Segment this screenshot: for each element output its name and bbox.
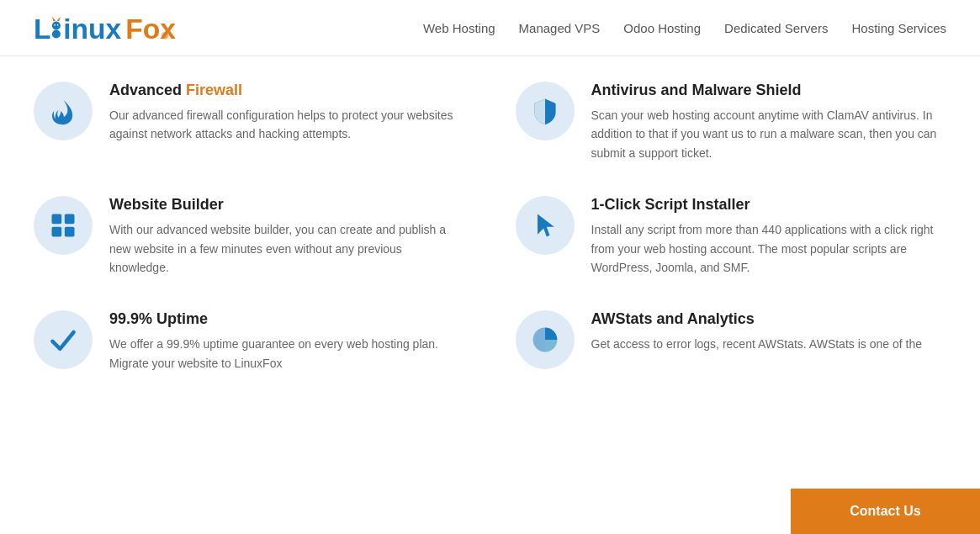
uptime-content: 99.9% Uptime We offer a 99.9% uptime gua… xyxy=(109,310,465,373)
svg-text:L: L xyxy=(34,13,51,45)
svg-point-5 xyxy=(54,24,56,26)
nav-hosting-services[interactable]: Hosting Services xyxy=(851,21,946,35)
awstats-icon-wrap xyxy=(516,310,575,369)
svg-marker-3 xyxy=(52,17,56,22)
feature-uptime: 99.9% Uptime We offer a 99.9% uptime gua… xyxy=(34,310,465,373)
fire-icon xyxy=(48,96,78,126)
check-icon xyxy=(48,325,78,355)
main-nav: Web Hosting Managed VPS Odoo Hosting Ded… xyxy=(423,21,946,35)
svg-rect-12 xyxy=(52,227,62,237)
firewall-content: Advanced Firewall Our advanced firewall … xyxy=(109,82,465,144)
svg-marker-14 xyxy=(538,214,554,237)
antivirus-description: Scan your web hosting account anytime wi… xyxy=(591,106,947,162)
feature-awstats: AWStats and Analytics Get access to erro… xyxy=(516,310,947,373)
script-installer-icon-wrap xyxy=(516,196,575,255)
shield-icon xyxy=(530,96,560,126)
feature-firewall: Advanced Firewall Our advanced firewall … xyxy=(34,82,465,162)
main-content: Advanced Firewall Our advanced firewall … xyxy=(0,56,980,440)
nav-dedicated-servers[interactable]: Dedicated Servers xyxy=(724,21,828,35)
svg-point-9 xyxy=(162,32,168,39)
website-builder-icon-wrap xyxy=(34,196,93,255)
grid-icon xyxy=(48,210,78,241)
antivirus-title: Antivirus and Malware Shield xyxy=(591,82,947,99)
nav-web-hosting[interactable]: Web Hosting xyxy=(423,21,495,35)
firewall-icon-wrap xyxy=(34,82,93,140)
nav-odoo-hosting[interactable]: Odoo Hosting xyxy=(623,21,701,35)
svg-rect-10 xyxy=(52,214,62,225)
script-installer-description: Install any script from more than 440 ap… xyxy=(591,220,947,277)
site-header: L inux Fox Web Hosting Manage xyxy=(0,0,980,56)
feature-antivirus: Antivirus and Malware Shield Scan your w… xyxy=(516,82,947,162)
svg-rect-11 xyxy=(65,214,75,225)
script-installer-content: 1-Click Script Installer Install any scr… xyxy=(591,196,947,277)
svg-marker-4 xyxy=(57,17,61,22)
svg-text:Fox: Fox xyxy=(125,13,176,45)
nav-managed-vps[interactable]: Managed VPS xyxy=(519,21,601,35)
website-builder-description: With our advanced website builder, you c… xyxy=(109,220,465,277)
feature-script-installer: 1-Click Script Installer Install any scr… xyxy=(516,196,947,277)
uptime-description: We offer a 99.9% uptime guarantee on eve… xyxy=(109,335,465,373)
features-grid: Advanced Firewall Our advanced firewall … xyxy=(34,82,946,373)
firewall-title: Advanced Firewall xyxy=(109,82,465,99)
uptime-icon-wrap xyxy=(34,310,93,369)
cursor-icon xyxy=(530,210,560,241)
svg-text:inux: inux xyxy=(63,13,121,45)
awstats-title: AWStats and Analytics xyxy=(591,310,922,328)
feature-website-builder: Website Builder With our advanced websit… xyxy=(34,196,465,277)
uptime-title: 99.9% Uptime xyxy=(109,310,465,328)
svg-point-1 xyxy=(52,30,61,39)
svg-point-2 xyxy=(52,21,61,29)
antivirus-content: Antivirus and Malware Shield Scan your w… xyxy=(591,82,947,162)
svg-point-6 xyxy=(57,24,59,26)
website-builder-title: Website Builder xyxy=(109,196,465,214)
awstats-description: Get access to error logs, recent AWStats… xyxy=(591,335,922,353)
awstats-content: AWStats and Analytics Get access to erro… xyxy=(591,310,922,353)
chart-icon xyxy=(530,325,560,355)
svg-rect-13 xyxy=(65,227,75,237)
antivirus-icon-wrap xyxy=(516,82,575,140)
firewall-description: Our advanced firewall configuration help… xyxy=(109,106,465,144)
script-installer-title: 1-Click Script Installer xyxy=(591,196,947,214)
logo[interactable]: L inux Fox xyxy=(34,10,189,45)
website-builder-content: Website Builder With our advanced websit… xyxy=(109,196,465,277)
